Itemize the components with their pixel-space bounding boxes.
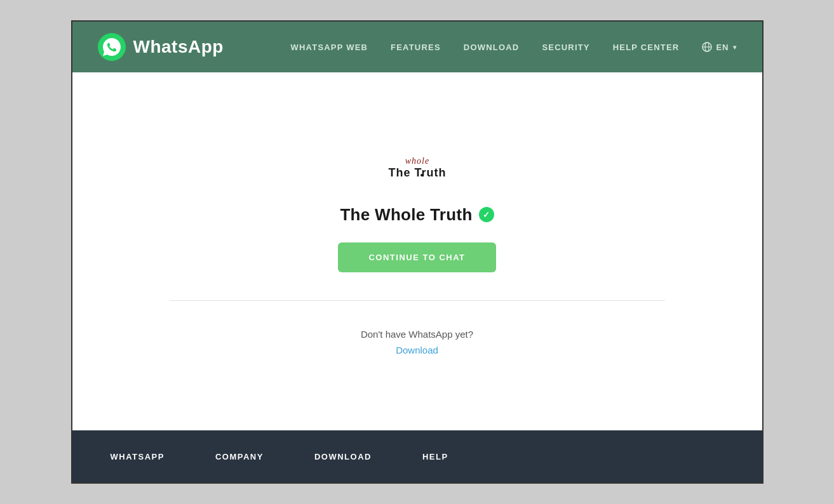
brand-name-row: The Whole Truth ✓ <box>340 205 494 225</box>
whatsapp-logo-icon <box>98 33 126 61</box>
section-divider <box>170 300 665 301</box>
nav-bar: WhatsApp WHATSAPP WEB FEATURES DOWNLOAD … <box>72 22 762 72</box>
footer-col-download: DOWNLOAD <box>314 451 372 462</box>
nav-link-download[interactable]: DOWNLOAD <box>464 43 520 52</box>
brand-logo-container: whole The Truth <box>379 148 455 192</box>
no-whatsapp-text: Don't have WhatsApp yet? <box>361 329 473 340</box>
svg-point-6 <box>420 174 423 176</box>
footer-col-title-company: COMPANY <box>215 452 264 461</box>
globe-icon <box>702 42 712 52</box>
footer-col-whatsapp: WHATSAPP <box>111 451 165 462</box>
verified-badge-icon: ✓ <box>479 207 494 222</box>
whole-truth-logo-icon: whole The Truth <box>379 151 455 189</box>
nav-links: WHATSAPP WEB FEATURES DOWNLOAD SECURITY … <box>291 42 737 52</box>
chevron-down-icon: ▾ <box>733 44 737 51</box>
footer-col-title-download: DOWNLOAD <box>314 452 372 461</box>
continue-to-chat-button[interactable]: CONTINUE TO CHAT <box>338 242 495 272</box>
browser-frame: WhatsApp WHATSAPP WEB FEATURES DOWNLOAD … <box>71 20 763 484</box>
svg-text:whole: whole <box>405 156 429 166</box>
footer-col-company: COMPANY <box>215 451 264 462</box>
download-link[interactable]: Download <box>396 345 438 355</box>
lang-label: EN <box>716 43 729 52</box>
nav-link-security[interactable]: SECURITY <box>542 43 589 52</box>
brand-name-text: The Whole Truth <box>340 205 472 225</box>
footer-col-help: HELP <box>422 451 448 462</box>
logo-area: WhatsApp <box>98 33 224 61</box>
main-content: whole The Truth The Whole Truth ✓ CONTIN… <box>72 72 762 430</box>
nav-link-help-center[interactable]: HELP CENTER <box>613 43 680 52</box>
footer-col-title-whatsapp: WHATSAPP <box>111 452 165 461</box>
language-selector[interactable]: EN ▾ <box>702 42 736 52</box>
nav-link-features[interactable]: FEATURES <box>391 43 441 52</box>
logo-text: WhatsApp <box>133 37 224 57</box>
footer-col-title-help: HELP <box>422 452 448 461</box>
svg-text:The Truth: The Truth <box>388 166 446 179</box>
nav-link-whatsapp-web[interactable]: WHATSAPP WEB <box>291 43 368 52</box>
footer: WHATSAPP COMPANY DOWNLOAD HELP <box>72 430 762 482</box>
